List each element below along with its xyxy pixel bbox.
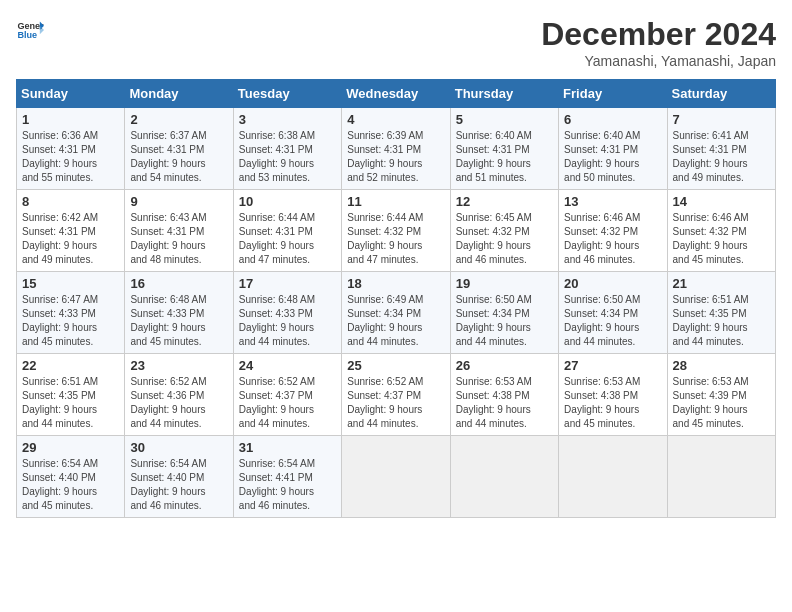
- table-row: 21Sunrise: 6:51 AM Sunset: 4:35 PM Dayli…: [667, 272, 775, 354]
- svg-text:Blue: Blue: [17, 30, 37, 40]
- day-number: 27: [564, 358, 661, 373]
- table-row: 16Sunrise: 6:48 AM Sunset: 4:33 PM Dayli…: [125, 272, 233, 354]
- day-number: 9: [130, 194, 227, 209]
- day-info: Sunrise: 6:47 AM Sunset: 4:33 PM Dayligh…: [22, 293, 119, 349]
- calendar-week-5: 29Sunrise: 6:54 AM Sunset: 4:40 PM Dayli…: [17, 436, 776, 518]
- logo: General Blue: [16, 16, 44, 44]
- day-number: 29: [22, 440, 119, 455]
- col-friday: Friday: [559, 80, 667, 108]
- table-row: 28Sunrise: 6:53 AM Sunset: 4:39 PM Dayli…: [667, 354, 775, 436]
- day-info: Sunrise: 6:51 AM Sunset: 4:35 PM Dayligh…: [22, 375, 119, 431]
- calendar-week-3: 15Sunrise: 6:47 AM Sunset: 4:33 PM Dayli…: [17, 272, 776, 354]
- day-number: 7: [673, 112, 770, 127]
- day-info: Sunrise: 6:52 AM Sunset: 4:37 PM Dayligh…: [347, 375, 444, 431]
- day-info: Sunrise: 6:49 AM Sunset: 4:34 PM Dayligh…: [347, 293, 444, 349]
- day-info: Sunrise: 6:36 AM Sunset: 4:31 PM Dayligh…: [22, 129, 119, 185]
- table-row: 9Sunrise: 6:43 AM Sunset: 4:31 PM Daylig…: [125, 190, 233, 272]
- table-row: 22Sunrise: 6:51 AM Sunset: 4:35 PM Dayli…: [17, 354, 125, 436]
- subtitle: Yamanashi, Yamanashi, Japan: [541, 53, 776, 69]
- day-number: 12: [456, 194, 553, 209]
- table-row: 17Sunrise: 6:48 AM Sunset: 4:33 PM Dayli…: [233, 272, 341, 354]
- day-info: Sunrise: 6:53 AM Sunset: 4:39 PM Dayligh…: [673, 375, 770, 431]
- col-tuesday: Tuesday: [233, 80, 341, 108]
- day-number: 5: [456, 112, 553, 127]
- table-row: 14Sunrise: 6:46 AM Sunset: 4:32 PM Dayli…: [667, 190, 775, 272]
- table-row: 25Sunrise: 6:52 AM Sunset: 4:37 PM Dayli…: [342, 354, 450, 436]
- table-row: 15Sunrise: 6:47 AM Sunset: 4:33 PM Dayli…: [17, 272, 125, 354]
- day-info: Sunrise: 6:51 AM Sunset: 4:35 PM Dayligh…: [673, 293, 770, 349]
- table-row: 3Sunrise: 6:38 AM Sunset: 4:31 PM Daylig…: [233, 108, 341, 190]
- table-row: 29Sunrise: 6:54 AM Sunset: 4:40 PM Dayli…: [17, 436, 125, 518]
- day-info: Sunrise: 6:50 AM Sunset: 4:34 PM Dayligh…: [456, 293, 553, 349]
- day-info: Sunrise: 6:46 AM Sunset: 4:32 PM Dayligh…: [564, 211, 661, 267]
- table-row: 27Sunrise: 6:53 AM Sunset: 4:38 PM Dayli…: [559, 354, 667, 436]
- day-info: Sunrise: 6:44 AM Sunset: 4:31 PM Dayligh…: [239, 211, 336, 267]
- day-info: Sunrise: 6:54 AM Sunset: 4:41 PM Dayligh…: [239, 457, 336, 513]
- day-number: 16: [130, 276, 227, 291]
- day-number: 15: [22, 276, 119, 291]
- day-number: 17: [239, 276, 336, 291]
- day-info: Sunrise: 6:41 AM Sunset: 4:31 PM Dayligh…: [673, 129, 770, 185]
- table-row: 20Sunrise: 6:50 AM Sunset: 4:34 PM Dayli…: [559, 272, 667, 354]
- day-number: 4: [347, 112, 444, 127]
- table-row: 8Sunrise: 6:42 AM Sunset: 4:31 PM Daylig…: [17, 190, 125, 272]
- day-number: 28: [673, 358, 770, 373]
- main-title: December 2024: [541, 16, 776, 53]
- table-row: [667, 436, 775, 518]
- table-row: 6Sunrise: 6:40 AM Sunset: 4:31 PM Daylig…: [559, 108, 667, 190]
- day-number: 22: [22, 358, 119, 373]
- day-info: Sunrise: 6:52 AM Sunset: 4:37 PM Dayligh…: [239, 375, 336, 431]
- day-info: Sunrise: 6:53 AM Sunset: 4:38 PM Dayligh…: [564, 375, 661, 431]
- table-row: 23Sunrise: 6:52 AM Sunset: 4:36 PM Dayli…: [125, 354, 233, 436]
- day-info: Sunrise: 6:46 AM Sunset: 4:32 PM Dayligh…: [673, 211, 770, 267]
- day-info: Sunrise: 6:54 AM Sunset: 4:40 PM Dayligh…: [22, 457, 119, 513]
- day-number: 24: [239, 358, 336, 373]
- day-number: 11: [347, 194, 444, 209]
- header: General Blue December 2024 Yamanashi, Ya…: [16, 16, 776, 69]
- table-row: [342, 436, 450, 518]
- day-number: 1: [22, 112, 119, 127]
- table-row: 12Sunrise: 6:45 AM Sunset: 4:32 PM Dayli…: [450, 190, 558, 272]
- table-row: 10Sunrise: 6:44 AM Sunset: 4:31 PM Dayli…: [233, 190, 341, 272]
- table-row: 13Sunrise: 6:46 AM Sunset: 4:32 PM Dayli…: [559, 190, 667, 272]
- col-wednesday: Wednesday: [342, 80, 450, 108]
- day-info: Sunrise: 6:40 AM Sunset: 4:31 PM Dayligh…: [564, 129, 661, 185]
- day-number: 30: [130, 440, 227, 455]
- table-row: [450, 436, 558, 518]
- table-row: 24Sunrise: 6:52 AM Sunset: 4:37 PM Dayli…: [233, 354, 341, 436]
- day-number: 26: [456, 358, 553, 373]
- day-number: 19: [456, 276, 553, 291]
- title-area: December 2024 Yamanashi, Yamanashi, Japa…: [541, 16, 776, 69]
- day-number: 3: [239, 112, 336, 127]
- day-info: Sunrise: 6:42 AM Sunset: 4:31 PM Dayligh…: [22, 211, 119, 267]
- day-info: Sunrise: 6:37 AM Sunset: 4:31 PM Dayligh…: [130, 129, 227, 185]
- day-info: Sunrise: 6:43 AM Sunset: 4:31 PM Dayligh…: [130, 211, 227, 267]
- table-row: 19Sunrise: 6:50 AM Sunset: 4:34 PM Dayli…: [450, 272, 558, 354]
- day-number: 21: [673, 276, 770, 291]
- table-row: 18Sunrise: 6:49 AM Sunset: 4:34 PM Dayli…: [342, 272, 450, 354]
- table-row: 31Sunrise: 6:54 AM Sunset: 4:41 PM Dayli…: [233, 436, 341, 518]
- day-info: Sunrise: 6:48 AM Sunset: 4:33 PM Dayligh…: [239, 293, 336, 349]
- table-row: 2Sunrise: 6:37 AM Sunset: 4:31 PM Daylig…: [125, 108, 233, 190]
- day-number: 13: [564, 194, 661, 209]
- table-row: 26Sunrise: 6:53 AM Sunset: 4:38 PM Dayli…: [450, 354, 558, 436]
- table-row: 7Sunrise: 6:41 AM Sunset: 4:31 PM Daylig…: [667, 108, 775, 190]
- day-info: Sunrise: 6:48 AM Sunset: 4:33 PM Dayligh…: [130, 293, 227, 349]
- calendar-week-2: 8Sunrise: 6:42 AM Sunset: 4:31 PM Daylig…: [17, 190, 776, 272]
- day-number: 14: [673, 194, 770, 209]
- calendar-table: Sunday Monday Tuesday Wednesday Thursday…: [16, 79, 776, 518]
- table-row: 11Sunrise: 6:44 AM Sunset: 4:32 PM Dayli…: [342, 190, 450, 272]
- day-info: Sunrise: 6:50 AM Sunset: 4:34 PM Dayligh…: [564, 293, 661, 349]
- day-number: 2: [130, 112, 227, 127]
- col-monday: Monday: [125, 80, 233, 108]
- day-number: 20: [564, 276, 661, 291]
- day-info: Sunrise: 6:45 AM Sunset: 4:32 PM Dayligh…: [456, 211, 553, 267]
- table-row: [559, 436, 667, 518]
- table-row: 1Sunrise: 6:36 AM Sunset: 4:31 PM Daylig…: [17, 108, 125, 190]
- day-info: Sunrise: 6:52 AM Sunset: 4:36 PM Dayligh…: [130, 375, 227, 431]
- day-info: Sunrise: 6:40 AM Sunset: 4:31 PM Dayligh…: [456, 129, 553, 185]
- header-row: Sunday Monday Tuesday Wednesday Thursday…: [17, 80, 776, 108]
- day-number: 23: [130, 358, 227, 373]
- table-row: 30Sunrise: 6:54 AM Sunset: 4:40 PM Dayli…: [125, 436, 233, 518]
- logo-icon: General Blue: [16, 16, 44, 44]
